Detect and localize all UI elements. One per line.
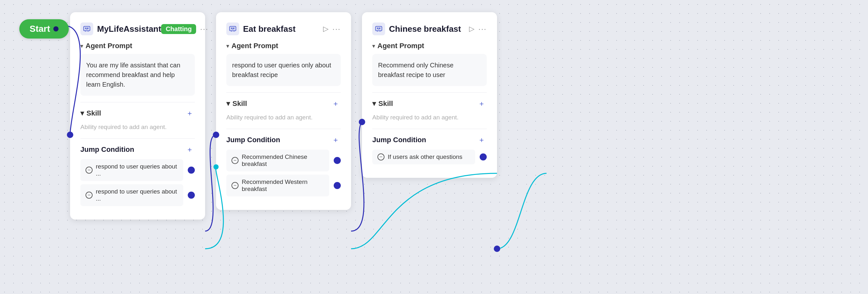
svg-point-7 — [233, 28, 235, 29]
svg-point-3 — [87, 28, 88, 29]
condition-dot-2-1[interactable] — [334, 182, 341, 189]
svg-rect-4 — [229, 26, 236, 31]
card-header-left-3: Chinese breakfast — [372, 23, 461, 35]
jump-title-2: Jump Condition — [226, 136, 280, 144]
dot-card3-cond0 — [494, 246, 500, 252]
condition-minus-icon-3-0[interactable]: − — [377, 153, 384, 160]
skill-label-1: Skill — [87, 109, 101, 117]
agent-prompt-text-2[interactable]: respond to user queries only about break… — [226, 54, 341, 86]
skill-add-btn-2[interactable]: ＋ — [331, 99, 341, 109]
condition-text-1-0: respond to user queries about ... — [96, 163, 178, 177]
condition-item-1-0: − respond to user queries about ... — [81, 159, 195, 181]
jump-add-btn-2[interactable]: ＋ — [331, 135, 341, 145]
more-menu-1[interactable]: ··· — [200, 25, 208, 33]
jump-add-btn-3[interactable]: ＋ — [476, 135, 487, 145]
condition-box-2-1: − Recommended Western breakfast — [226, 175, 329, 196]
svg-rect-8 — [375, 26, 382, 31]
skill-header-left-2: ▾ Skill — [226, 100, 247, 108]
start-label: Start — [30, 24, 50, 34]
card-header-right-1: Chatting ··· — [161, 24, 208, 34]
condition-dot-3-0[interactable] — [479, 153, 487, 160]
arrow-cond3-0-teal — [497, 173, 547, 249]
agent-prompt-label-2: Agent Prompt — [231, 42, 278, 50]
play-icon-3[interactable]: ▷ — [469, 25, 474, 33]
condition-box-2-0: − Recommended Chinese breakfast — [226, 150, 329, 172]
skill-header-1: ▾ Skill ＋ — [81, 108, 195, 118]
jump-add-btn-1[interactable]: ＋ — [185, 144, 195, 155]
condition-dot-1-0[interactable] — [188, 167, 195, 174]
skill-section-1: ▾ Skill ＋ Ability required to add an age… — [81, 102, 195, 133]
condition-text-3-0: If users ask other questions — [388, 153, 462, 160]
card-chinese-breakfast: Chinese breakfast ▷ ··· ▾ Agent Prompt R… — [362, 12, 497, 178]
jump-title-1: Jump Condition — [81, 145, 134, 154]
card-eat-breakfast: Eat breakfast ▷ ··· ▾ Agent Prompt respo… — [216, 12, 351, 210]
condition-text-2-1: Recommended Western breakfast — [242, 179, 324, 192]
chevron-icon-2: ▾ — [226, 43, 229, 49]
condition-minus-icon-2-0[interactable]: − — [231, 157, 239, 164]
card-title-1: MyLifeAssistant — [97, 24, 161, 34]
agent-prompt-label-1: Agent Prompt — [86, 42, 132, 50]
start-button[interactable]: Start — [19, 19, 69, 38]
skill-chevron-3: ▾ — [372, 100, 376, 108]
chatting-badge: Chatting — [161, 24, 196, 34]
condition-item-2-0: − Recommended Chinese breakfast — [226, 150, 341, 172]
agent-prompt-label-3: Agent Prompt — [377, 42, 424, 50]
agent-prompt-header-1: ▾ Agent Prompt — [81, 42, 195, 50]
svg-point-11 — [379, 28, 380, 29]
skill-section-3: ▾ Skill ＋ Ability required to add an age… — [372, 93, 487, 123]
condition-minus-icon-2-1[interactable]: − — [231, 182, 239, 189]
chevron-icon-1: ▾ — [81, 43, 83, 49]
svg-rect-0 — [84, 26, 90, 31]
svg-point-10 — [377, 28, 378, 29]
agent-prompt-text-1[interactable]: You are my life assistant that can recom… — [81, 54, 195, 96]
skill-add-btn-3[interactable]: ＋ — [476, 99, 487, 109]
condition-item-1-1: − respond to user queries about ... — [81, 184, 195, 206]
skill-label-3: Skill — [378, 100, 393, 108]
more-menu-3[interactable]: ··· — [478, 25, 487, 33]
start-dot — [53, 26, 59, 32]
condition-box-1-0: − respond to user queries about ... — [81, 159, 183, 181]
card-header-3: Chinese breakfast ▷ ··· — [372, 23, 487, 35]
svg-point-6 — [231, 28, 232, 29]
condition-dot-1-1[interactable] — [188, 192, 195, 199]
jump-title-3: Jump Condition — [372, 136, 426, 144]
skill-empty-2: Ability required to add an agent. — [226, 112, 341, 123]
agent-icon-2 — [226, 23, 239, 35]
condition-dot-2-0[interactable] — [334, 157, 341, 164]
condition-text-2-0: Recommended Chinese breakfast — [242, 153, 324, 168]
skill-header-3: ▾ Skill ＋ — [372, 99, 487, 109]
jump-section-3: Jump Condition ＋ − If users ask other qu… — [372, 129, 487, 164]
arrow-cond1-0-to-card2 — [205, 135, 216, 231]
card-header-1: MyLifeAssistant Chatting ··· — [81, 23, 195, 35]
skill-section-2: ▾ Skill ＋ Ability required to add an age… — [226, 93, 341, 123]
condition-text-1-1: respond to user queries about ... — [96, 188, 178, 202]
card-header-left-1: MyLifeAssistant — [81, 23, 161, 35]
skill-header-left-1: ▾ Skill — [81, 109, 101, 117]
card-title-3: Chinese breakfast — [389, 24, 461, 34]
condition-minus-icon-1-1[interactable]: − — [86, 192, 93, 199]
arrow-cond2-1-teal — [351, 173, 497, 249]
condition-minus-icon-1-0[interactable]: − — [86, 167, 93, 174]
skill-add-btn-1[interactable]: ＋ — [185, 108, 195, 118]
agent-icon-3 — [372, 23, 385, 35]
jump-section-1: Jump Condition ＋ − respond to user queri… — [81, 138, 195, 206]
skill-header-left-3: ▾ Skill — [372, 100, 393, 108]
more-menu-2[interactable]: ··· — [333, 25, 341, 33]
card-mylifeassistant: MyLifeAssistant Chatting ··· ▾ Agent Pro… — [70, 12, 205, 220]
jump-header-1: Jump Condition ＋ — [81, 144, 195, 155]
jump-header-3: Jump Condition ＋ — [372, 135, 487, 145]
skill-label-2: Skill — [232, 100, 247, 108]
skill-chevron-2: ▾ — [226, 100, 230, 108]
play-icon-2[interactable]: ▷ — [323, 25, 329, 33]
jump-section-2: Jump Condition ＋ − Recommended Chinese b… — [226, 129, 341, 196]
jump-header-2: Jump Condition ＋ — [226, 135, 341, 145]
agent-icon-1 — [81, 23, 93, 35]
condition-item-2-1: − Recommended Western breakfast — [226, 175, 341, 196]
agent-prompt-text-3[interactable]: Recommend only Chinese breakfast recipe … — [372, 54, 487, 86]
card-header-2: Eat breakfast ▷ ··· — [226, 23, 341, 35]
skill-empty-1: Ability required to add an agent. — [81, 122, 195, 133]
svg-point-2 — [85, 28, 87, 29]
card-header-right-2: ▷ ··· — [323, 25, 341, 33]
skill-header-2: ▾ Skill ＋ — [226, 99, 341, 109]
skill-chevron-1: ▾ — [81, 109, 84, 117]
